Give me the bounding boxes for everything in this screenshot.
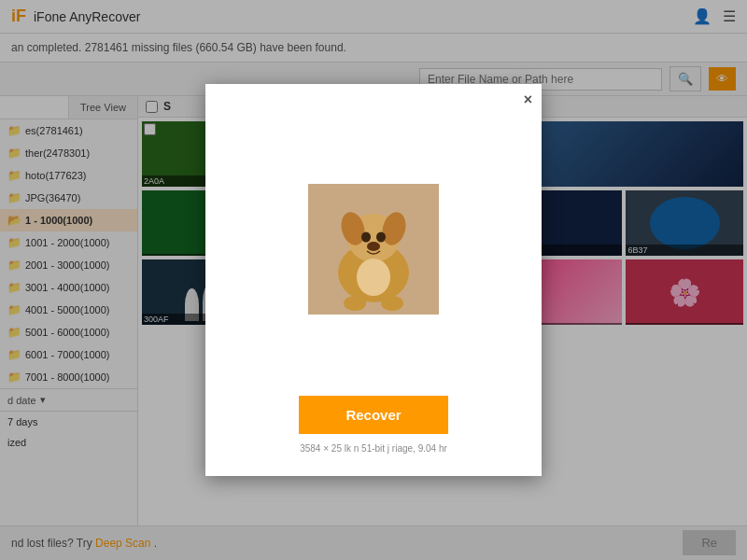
preview-modal: × [205,84,542,476]
modal-image-area [224,103,523,396]
dog-preview-image [308,184,439,315]
modal-close-button[interactable]: × [524,91,532,108]
svg-point-10 [357,259,390,296]
modal-file-info: 3584 × 25 lk n 51-bit j riage, 9.04 hr [300,443,447,454]
svg-point-9 [381,296,403,311]
modal-overlay[interactable]: × [0,0,747,560]
svg-point-6 [376,232,386,243]
svg-point-8 [344,296,366,311]
recover-button[interactable]: Recover [299,396,447,434]
svg-point-7 [367,242,380,251]
svg-point-5 [361,232,371,243]
